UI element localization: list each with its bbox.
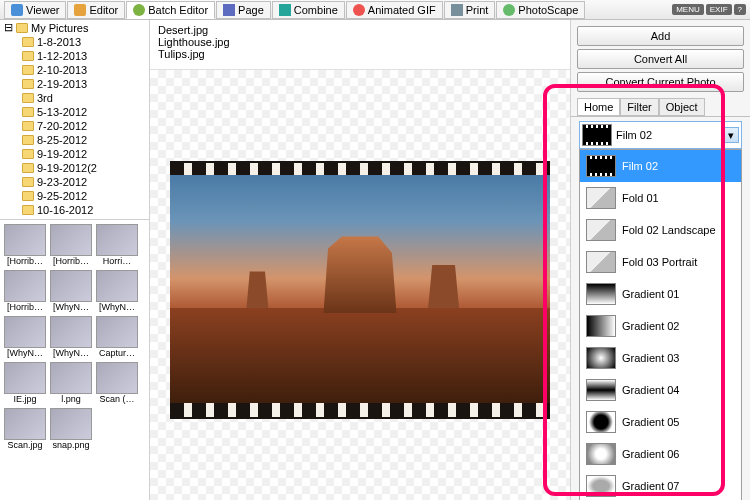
folder-label: 8-25-2012 [37, 134, 87, 146]
thumbnail[interactable]: snap.png [50, 408, 92, 450]
tree-root[interactable]: ⊟ My Pictures [0, 20, 149, 35]
frame-dropdown[interactable]: Film 02 ▾ Film 02Fold 01Fold 02 Landscap… [579, 121, 742, 500]
thumbnail[interactable]: Scan.jpg [4, 408, 46, 450]
thumb-image [4, 224, 46, 256]
thumb-image [96, 270, 138, 302]
tab-viewer[interactable]: Viewer [4, 1, 66, 19]
thumbnail[interactable]: [Horrib… [50, 224, 92, 266]
swatch-icon [586, 251, 616, 273]
thumbnail[interactable]: Scan (… [96, 362, 138, 404]
frame-option[interactable]: Fold 03 Portrait [580, 246, 741, 278]
convert-all-button[interactable]: Convert All [577, 49, 744, 69]
thumbnail[interactable]: [WhyN… [50, 316, 92, 358]
tab-photoscape[interactable]: PhotoScape [496, 1, 585, 19]
frame-option[interactable]: Gradient 01 [580, 278, 741, 310]
tab-label: Batch Editor [148, 4, 208, 16]
tab-label: Combine [294, 4, 338, 16]
frame-option[interactable]: Gradient 05 [580, 406, 741, 438]
thumbnail[interactable]: IE.jpg [4, 362, 46, 404]
folder-item[interactable]: 2-10-2013 [0, 63, 149, 77]
file-item[interactable]: Desert.jpg [158, 24, 562, 36]
convert-current-button[interactable]: Convert Current Photo [577, 72, 744, 92]
badge-menu[interactable]: MENU [672, 4, 704, 15]
folder-item[interactable]: 9-19-2012 [0, 147, 149, 161]
folder-icon [22, 205, 34, 215]
swatch-icon [586, 379, 616, 401]
swatch-icon [586, 443, 616, 465]
folder-item[interactable]: 10-16-2012 [0, 203, 149, 217]
thumb-image [50, 270, 92, 302]
tab-page[interactable]: Page [216, 1, 271, 19]
folder-icon [22, 149, 34, 159]
option-label: Gradient 03 [622, 352, 679, 364]
folder-label: 7-20-2012 [37, 120, 87, 132]
tab-label: Animated GIF [368, 4, 436, 16]
frame-option[interactable]: Gradient 04 [580, 374, 741, 406]
tab-print[interactable]: Print [444, 1, 496, 19]
folder-item[interactable]: 9-25-2012 [0, 189, 149, 203]
frame-option[interactable]: Gradient 06 [580, 438, 741, 470]
dropdown-selected[interactable]: Film 02 ▾ [579, 121, 742, 149]
thumbnail[interactable]: [WhyN… [96, 270, 138, 312]
folder-item[interactable]: 3rd [0, 91, 149, 105]
minus-icon[interactable]: ⊟ [4, 21, 13, 34]
frame-option[interactable]: Gradient 02 [580, 310, 741, 342]
thumbnail[interactable]: [Horrib… [4, 270, 46, 312]
thumbnail[interactable]: Horri… [96, 224, 138, 266]
folder-item[interactable]: 5-13-2012 [0, 105, 149, 119]
frame-option[interactable]: Fold 01 [580, 182, 741, 214]
add-button[interactable]: Add [577, 26, 744, 46]
tab-combine[interactable]: Combine [272, 1, 345, 19]
tab-label: Editor [89, 4, 118, 16]
folder-item[interactable]: 1-8-2013 [0, 35, 149, 49]
folder-label: 1-8-2013 [37, 36, 81, 48]
tab-icon [133, 4, 145, 16]
frame-option[interactable]: Fold 02 Landscape [580, 214, 741, 246]
dropdown-list[interactable]: Film 02Fold 01Fold 02 LandscapeFold 03 P… [579, 149, 742, 500]
folder-item[interactable]: 1-12-2013 [0, 49, 149, 63]
badge-help[interactable]: ? [734, 4, 746, 15]
frame-option[interactable]: Gradient 03 [580, 342, 741, 374]
thumb-label: snap.png [50, 440, 92, 450]
option-label: Gradient 07 [622, 480, 679, 492]
thumbnail[interactable]: [WhyN… [4, 316, 46, 358]
thumb-label: Horri… [96, 256, 138, 266]
folder-label: 9-19-2012(2 [37, 162, 97, 174]
thumbnail-grid[interactable]: [Horrib…[Horrib…Horri…[Horrib…[WhyN…[Why… [0, 220, 149, 500]
folder-item[interactable]: 9-19-2012(2 [0, 161, 149, 175]
folder-icon [22, 121, 34, 131]
tab-icon [451, 4, 463, 16]
folder-tree[interactable]: ⊟ My Pictures 1-8-20131-12-20132-10-2013… [0, 20, 149, 220]
folder-item[interactable]: 8-25-2012 [0, 133, 149, 147]
thumb-label: l.png [50, 394, 92, 404]
file-item[interactable]: Tulips.jpg [158, 48, 562, 60]
thumbnail[interactable]: [WhyN… [50, 270, 92, 312]
folder-item[interactable]: 9-23-2012 [0, 175, 149, 189]
thumbnail[interactable]: [Horrib… [4, 224, 46, 266]
tab-batch-editor[interactable]: Batch Editor [126, 1, 215, 19]
frame-option[interactable]: Gradient 07 [580, 470, 741, 500]
thumb-label: [Horrib… [50, 256, 92, 266]
folder-label: 5-13-2012 [37, 106, 87, 118]
thumbnail[interactable]: l.png [50, 362, 92, 404]
folder-icon [22, 93, 34, 103]
center-panel: Desert.jpgLighthouse.jpgTulips.jpg [150, 20, 570, 500]
file-item[interactable]: Lighthouse.jpg [158, 36, 562, 48]
folder-item[interactable]: 7-20-2012 [0, 119, 149, 133]
tab-home[interactable]: Home [577, 98, 620, 116]
folder-item[interactable]: 2-19-2013 [0, 77, 149, 91]
folder-icon [16, 23, 28, 33]
tab-filter[interactable]: Filter [620, 98, 658, 116]
chevron-down-icon[interactable]: ▾ [723, 127, 739, 143]
badge-exif[interactable]: EXIF [706, 4, 732, 15]
frame-option[interactable]: Film 02 [580, 150, 741, 182]
file-list[interactable]: Desert.jpgLighthouse.jpgTulips.jpg [150, 20, 570, 70]
tab-object[interactable]: Object [659, 98, 705, 116]
thumb-label: [WhyN… [4, 348, 46, 358]
folder-icon [22, 51, 34, 61]
tab-animated-gif[interactable]: Animated GIF [346, 1, 443, 19]
folder-icon [22, 135, 34, 145]
thumb-image [50, 408, 92, 440]
thumbnail[interactable]: Captur… [96, 316, 138, 358]
tab-editor[interactable]: Editor [67, 1, 125, 19]
